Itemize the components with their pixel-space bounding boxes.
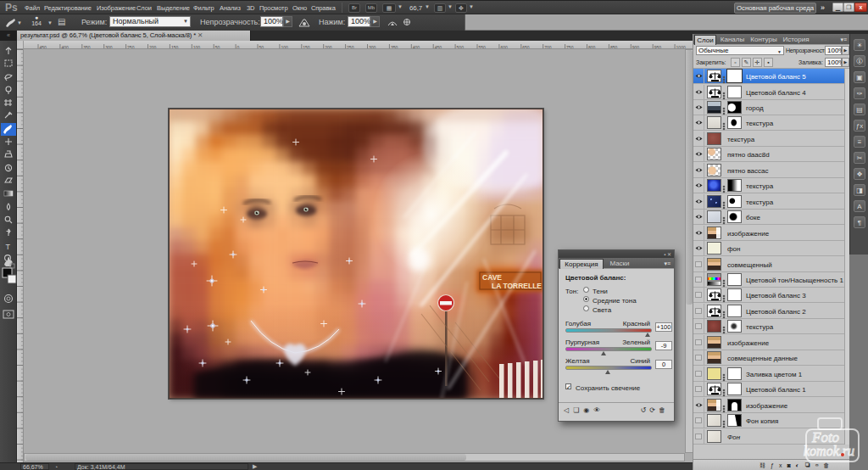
svg-text:T: T — [6, 243, 11, 251]
svg-text:LA TORRELLE: LA TORRELLE — [492, 282, 542, 290]
